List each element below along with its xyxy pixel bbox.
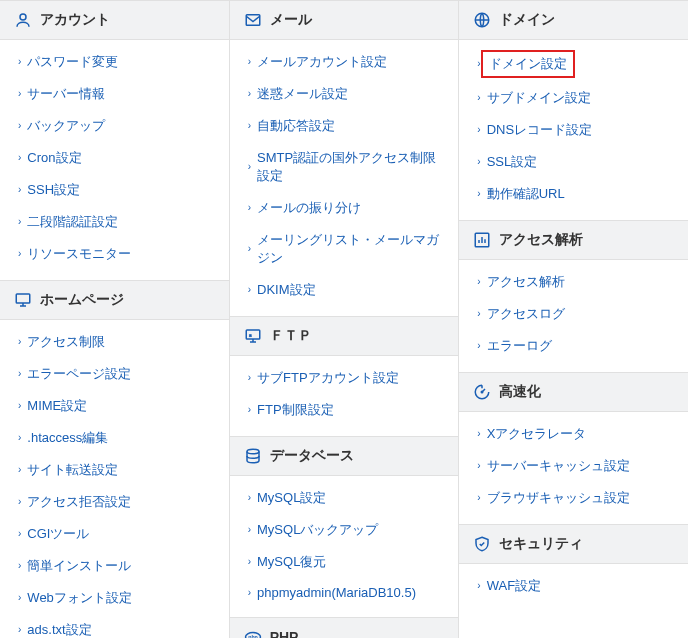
control-panel-menu: アカウント›パスワード変更›サーバー情報›バックアップ›Cron設定›SSH設定… bbox=[0, 0, 688, 638]
menu-link[interactable]: サブFTPアカウント設定 bbox=[257, 369, 399, 387]
section-header: phpPHP bbox=[230, 617, 459, 638]
menu-link[interactable]: 自動応答設定 bbox=[257, 117, 335, 135]
chevron-right-icon: › bbox=[477, 189, 480, 199]
chevron-right-icon: › bbox=[18, 497, 21, 507]
menu-link[interactable]: Webフォント設定 bbox=[27, 589, 132, 607]
chevron-right-icon: › bbox=[477, 93, 480, 103]
ftp-icon bbox=[244, 327, 262, 345]
svg-rect-1 bbox=[16, 294, 30, 303]
chevron-right-icon: › bbox=[18, 217, 21, 227]
chevron-right-icon: › bbox=[248, 121, 251, 131]
menu-link[interactable]: Xアクセラレータ bbox=[487, 425, 587, 443]
chevron-right-icon: › bbox=[248, 285, 251, 295]
list-item: ›二段階認証設定 bbox=[0, 206, 229, 238]
menu-link[interactable]: エラーログ bbox=[487, 337, 552, 355]
menu-link[interactable]: サーバー情報 bbox=[27, 85, 105, 103]
menu-link[interactable]: メーリングリスト・メールマガジン bbox=[257, 231, 444, 267]
menu-link[interactable]: SSH設定 bbox=[27, 181, 80, 199]
chevron-right-icon: › bbox=[18, 433, 21, 443]
menu-link[interactable]: バックアップ bbox=[27, 117, 105, 135]
menu-link[interactable]: MySQL復元 bbox=[257, 553, 326, 571]
menu-link[interactable]: リソースモニター bbox=[27, 245, 131, 263]
section-header: ＦＴＰ bbox=[230, 316, 459, 356]
menu-link[interactable]: ブラウザキャッシュ設定 bbox=[487, 489, 630, 507]
chevron-right-icon: › bbox=[18, 593, 21, 603]
menu-link[interactable]: サイト転送設定 bbox=[27, 461, 118, 479]
section-items: ›アクセス制限›エラーページ設定›MIME設定›.htaccess編集›サイト転… bbox=[0, 320, 229, 638]
list-item: ›サーバーキャッシュ設定 bbox=[459, 450, 688, 482]
menu-link[interactable]: アクセス拒否設定 bbox=[27, 493, 131, 511]
list-item: ›自動応答設定 bbox=[230, 110, 459, 142]
menu-column: ドメイン›ドメイン設定›サブドメイン設定›DNSレコード設定›SSL設定›動作確… bbox=[459, 0, 688, 638]
chevron-right-icon: › bbox=[477, 277, 480, 287]
menu-link[interactable]: メールの振り分け bbox=[257, 199, 361, 217]
menu-link[interactable]: ドメイン設定 bbox=[481, 50, 575, 78]
menu-link[interactable]: MySQLバックアップ bbox=[257, 521, 378, 539]
list-item: ›DNSレコード設定 bbox=[459, 114, 688, 146]
menu-link[interactable]: エラーページ設定 bbox=[27, 365, 131, 383]
chart-icon bbox=[473, 231, 491, 249]
section-header: ドメイン bbox=[459, 0, 688, 40]
menu-link[interactable]: アクセスログ bbox=[487, 305, 565, 323]
menu-link[interactable]: アクセス解析 bbox=[487, 273, 565, 291]
menu-link[interactable]: 迷惑メール設定 bbox=[257, 85, 348, 103]
globe-icon bbox=[473, 11, 491, 29]
menu-link[interactable]: SSL設定 bbox=[487, 153, 538, 171]
section-header: データベース bbox=[230, 436, 459, 476]
menu-link[interactable]: SMTP認証の国外アクセス制限設定 bbox=[257, 149, 444, 185]
chevron-right-icon: › bbox=[248, 405, 251, 415]
list-item: ›SSL設定 bbox=[459, 146, 688, 178]
menu-column: アカウント›パスワード変更›サーバー情報›バックアップ›Cron設定›SSH設定… bbox=[0, 0, 230, 638]
chevron-right-icon: › bbox=[477, 309, 480, 319]
section-title: ＦＴＰ bbox=[270, 327, 312, 345]
list-item: ›SSH設定 bbox=[0, 174, 229, 206]
chevron-right-icon: › bbox=[18, 337, 21, 347]
svg-rect-2 bbox=[246, 15, 260, 26]
section-items: ›Xアクセラレータ›サーバーキャッシュ設定›ブラウザキャッシュ設定 bbox=[459, 412, 688, 524]
menu-link[interactable]: ads.txt設定 bbox=[27, 621, 91, 638]
list-item: ›サイト転送設定 bbox=[0, 454, 229, 486]
menu-column: メール›メールアカウント設定›迷惑メール設定›自動応答設定›SMTP認証の国外ア… bbox=[230, 0, 460, 638]
list-item: ›エラーログ bbox=[459, 330, 688, 362]
section-items: ›サブFTPアカウント設定›FTP制限設定 bbox=[230, 356, 459, 436]
menu-link[interactable]: FTP制限設定 bbox=[257, 401, 334, 419]
menu-link[interactable]: WAF設定 bbox=[487, 577, 541, 595]
chevron-right-icon: › bbox=[477, 581, 480, 591]
menu-link[interactable]: DNSレコード設定 bbox=[487, 121, 592, 139]
chevron-right-icon: › bbox=[477, 493, 480, 503]
menu-link[interactable]: .htaccess編集 bbox=[27, 429, 108, 447]
chevron-right-icon: › bbox=[477, 125, 480, 135]
menu-link[interactable]: CGIツール bbox=[27, 525, 89, 543]
menu-link[interactable]: サブドメイン設定 bbox=[487, 89, 591, 107]
list-item: ›ads.txt設定 bbox=[0, 614, 229, 638]
menu-link[interactable]: アクセス制限 bbox=[27, 333, 105, 351]
chevron-right-icon: › bbox=[18, 57, 21, 67]
chevron-right-icon: › bbox=[18, 121, 21, 131]
list-item: ›Cron設定 bbox=[0, 142, 229, 174]
chevron-right-icon: › bbox=[248, 373, 251, 383]
list-item: ›アクセス制限 bbox=[0, 326, 229, 358]
list-item: ›WAF設定 bbox=[459, 570, 688, 602]
list-item: ›エラーページ設定 bbox=[0, 358, 229, 390]
menu-link[interactable]: サーバーキャッシュ設定 bbox=[487, 457, 630, 475]
php-icon: php bbox=[244, 628, 262, 638]
menu-link[interactable]: 動作確認URL bbox=[487, 185, 565, 203]
menu-link[interactable]: DKIM設定 bbox=[257, 281, 316, 299]
speed-icon bbox=[473, 383, 491, 401]
menu-link[interactable]: 簡単インストール bbox=[27, 557, 131, 575]
list-item: ›ブラウザキャッシュ設定 bbox=[459, 482, 688, 514]
list-item: ›MySQLバックアップ bbox=[230, 514, 459, 546]
menu-link[interactable]: パスワード変更 bbox=[27, 53, 118, 71]
chevron-right-icon: › bbox=[18, 89, 21, 99]
menu-link[interactable]: メールアカウント設定 bbox=[257, 53, 387, 71]
section-items: ›アクセス解析›アクセスログ›エラーログ bbox=[459, 260, 688, 372]
chevron-right-icon: › bbox=[18, 153, 21, 163]
section-title: アカウント bbox=[40, 11, 110, 29]
menu-link[interactable]: Cron設定 bbox=[27, 149, 81, 167]
section-items: ›パスワード変更›サーバー情報›バックアップ›Cron設定›SSH設定›二段階認… bbox=[0, 40, 229, 280]
menu-link[interactable]: 二段階認証設定 bbox=[27, 213, 118, 231]
menu-link[interactable]: phpmyadmin(MariaDB10.5) bbox=[257, 585, 416, 600]
menu-link[interactable]: MIME設定 bbox=[27, 397, 87, 415]
user-icon bbox=[14, 11, 32, 29]
menu-link[interactable]: MySQL設定 bbox=[257, 489, 326, 507]
